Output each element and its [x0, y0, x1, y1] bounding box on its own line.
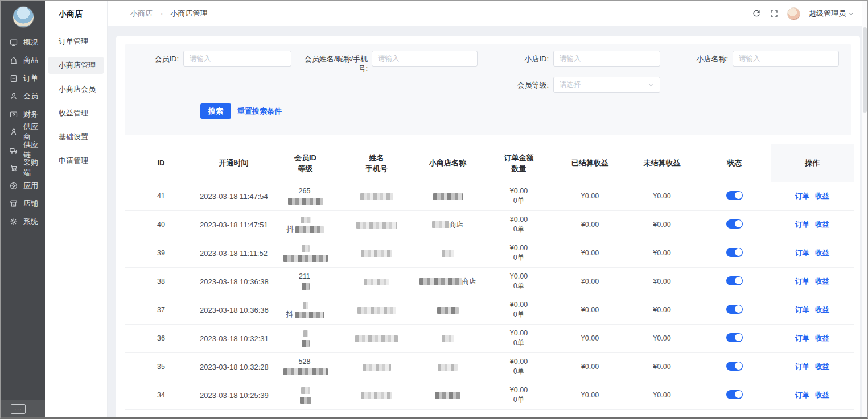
status-toggle[interactable]: [726, 276, 743, 285]
collapse-icon[interactable]: ···: [11, 404, 26, 414]
sidebar-item-supplier[interactable]: 供应商: [1, 123, 45, 142]
submenu-item-3[interactable]: 收益管理: [48, 105, 104, 122]
status-toggle[interactable]: [726, 191, 743, 200]
sidebar-item-label: 概况: [23, 38, 38, 48]
stores-icon: [9, 199, 18, 208]
sidebar-item-finance[interactable]: 财务: [1, 105, 45, 123]
column-header-0: ID: [125, 144, 198, 182]
sidebar-item-apps[interactable]: 应用: [1, 177, 45, 195]
shop-name-input[interactable]: 请输入: [733, 51, 839, 67]
cell-order-amount: ¥0.000单: [483, 352, 554, 381]
system-icon: [9, 217, 18, 226]
cell-unsettled-income: ¥0.00: [626, 182, 698, 210]
submenu-item-5[interactable]: 申请管理: [48, 152, 104, 169]
sidebar-item-overview[interactable]: 概况: [1, 34, 45, 52]
app-logo[interactable]: [13, 6, 34, 28]
status-toggle[interactable]: [726, 248, 743, 257]
status-toggle[interactable]: [726, 362, 743, 371]
finance-icon: [9, 110, 18, 119]
income-link[interactable]: 收益: [815, 221, 829, 229]
refresh-icon[interactable]: [752, 9, 761, 18]
member-level-select[interactable]: 请选择: [553, 77, 660, 93]
cell-actions: 订单收益: [771, 381, 854, 409]
order-link[interactable]: 订单: [795, 306, 809, 314]
cell-shop-name: 商店: [412, 210, 483, 239]
reset-filters-link[interactable]: 重置搜索条件: [237, 106, 282, 117]
redacted-text: [302, 340, 310, 347]
redacted-text: [288, 198, 323, 205]
cell-settled-income: ¥0.00: [554, 324, 626, 352]
status-toggle[interactable]: [726, 219, 743, 229]
sidebar-item-stores[interactable]: 店铺: [1, 195, 45, 213]
cell-id: 36: [125, 324, 198, 352]
cell-opened-at: 2023-03-18 11:47:51: [198, 210, 270, 239]
income-link[interactable]: 收益: [815, 306, 829, 314]
submenu-item-2[interactable]: 小商店会员: [48, 81, 104, 98]
cell-name: [341, 324, 412, 352]
order-link[interactable]: 订单: [795, 221, 809, 229]
cell-status: [698, 324, 771, 352]
sidebar-item-label: 应用: [23, 181, 38, 191]
table-row: 382023-03-18 10:36:38211商店¥0.000单¥0.00¥0…: [125, 267, 854, 296]
secondary-sidebar: 小商店 订单管理小商店管理小商店会员收益管理基础设置申请管理: [45, 1, 108, 417]
cell-member: [270, 324, 341, 352]
sidebar-item-goods[interactable]: 商品: [1, 52, 45, 70]
order-link[interactable]: 订单: [795, 363, 809, 371]
sidebar-item-orders[interactable]: 订单: [1, 69, 45, 88]
income-link[interactable]: 收益: [815, 363, 829, 371]
submenu-item-0[interactable]: 订单管理: [48, 33, 104, 50]
income-link[interactable]: 收益: [815, 249, 829, 257]
redacted-text: [300, 397, 311, 404]
shop-id-input[interactable]: 请输入: [553, 51, 660, 67]
order-link[interactable]: 订单: [795, 249, 809, 257]
cell-settled-income: ¥0.00: [554, 210, 626, 239]
sidebar-item-label: 会员: [23, 91, 38, 101]
column-header-6: 已结算收益: [554, 144, 626, 182]
cell-settled-income: ¥0.00: [554, 182, 626, 210]
sidebar-item-label: 系统: [23, 217, 38, 227]
cell-member: 244: [270, 409, 341, 419]
order-link[interactable]: 订单: [795, 192, 809, 200]
column-header-4: 小商店名称: [412, 144, 483, 182]
cell-order-amount: ¥0.000单: [483, 381, 554, 409]
order-link[interactable]: 订单: [795, 391, 809, 399]
order-link[interactable]: 订单: [795, 334, 809, 342]
user-avatar[interactable]: [787, 7, 800, 20]
breadcrumb-current: 小商店管理: [171, 9, 208, 18]
table-row: 244¥0.00: [125, 409, 854, 419]
overview-icon: [9, 38, 18, 47]
status-toggle[interactable]: [726, 390, 743, 399]
fullscreen-icon[interactable]: [770, 9, 779, 18]
cell-unsettled-income: [626, 409, 698, 419]
cell-unsettled-income: ¥0.00: [626, 381, 698, 409]
search-button[interactable]: 搜索: [200, 103, 231, 119]
member-id-input[interactable]: 请输入: [183, 51, 291, 67]
supply-chain-icon: [9, 146, 18, 155]
orders-icon: [9, 74, 18, 83]
scrollbar-thumb[interactable]: [863, 27, 867, 113]
member-name-input[interactable]: 请输入: [372, 51, 478, 67]
goods-icon: [9, 56, 18, 65]
cell-order-amount: ¥0.00: [483, 409, 554, 419]
cell-member: 211: [270, 267, 341, 296]
income-link[interactable]: 收益: [815, 192, 829, 200]
income-link[interactable]: 收益: [815, 391, 829, 399]
sidebar-item-members[interactable]: 会员: [1, 88, 45, 106]
cell-id: 34: [125, 381, 198, 409]
cell-opened-at: 2023-03-18 10:32:31: [198, 324, 270, 352]
status-toggle[interactable]: [726, 305, 743, 314]
status-toggle[interactable]: [726, 333, 743, 342]
breadcrumb-root[interactable]: 小商店: [130, 9, 153, 18]
income-link[interactable]: 收益: [815, 334, 829, 342]
sidebar-item-procurement[interactable]: 采购端: [1, 159, 45, 177]
vertical-scrollbar[interactable]: [862, 1, 867, 417]
income-link[interactable]: 收益: [815, 277, 829, 285]
sidebar-item-supply-chain[interactable]: 供应链: [1, 141, 45, 159]
submenu-item-1[interactable]: 小商店管理: [48, 57, 104, 74]
cell-settled-income: ¥0.00: [554, 267, 626, 296]
order-link[interactable]: 订单: [795, 277, 809, 285]
sidebar-item-system[interactable]: 系统: [1, 213, 45, 231]
submenu-item-4[interactable]: 基础设置: [48, 128, 104, 146]
cell-status: [698, 239, 771, 267]
user-menu[interactable]: 超级管理员: [809, 9, 854, 19]
